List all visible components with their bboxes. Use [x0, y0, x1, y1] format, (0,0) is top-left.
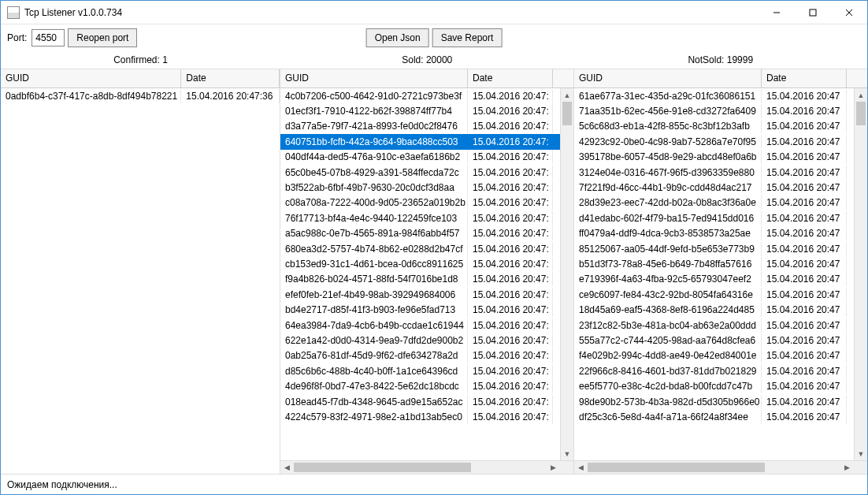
cell-guid: 0adbf6b4-c37f-417c-a8db-8df494b78221 [1, 89, 181, 103]
cell-guid: 018ead45-f7db-4348-9645-ad9e15a652ac [280, 395, 468, 409]
table-row[interactable]: 0ab25a76-81df-45d9-9f62-dfe634278a2d15.0… [280, 348, 560, 363]
close-icon [845, 9, 853, 17]
table-row[interactable]: 42923c92-0be0-4c98-9ab7-5286a7e70f9515.0… [574, 134, 854, 149]
column-header-date[interactable]: Date [181, 69, 280, 87]
cell-date: 15.04.2016 20:47: [468, 318, 553, 333]
svg-rect-1 [810, 9, 816, 16]
table-row[interactable]: 680ea3d2-5757-4b74-8b62-e0288d2b47cf15.0… [280, 241, 560, 256]
reopen-port-button[interactable]: Reopen port [68, 28, 137, 47]
table-row[interactable]: d85c6b6c-488b-4c40-b0ff-1a1ce64396cd15.0… [280, 363, 560, 378]
sold-vscroll[interactable]: ▲ ▼ [560, 88, 573, 460]
table-row[interactable]: 23f12c82-5b3e-481a-bc04-ab63e2a00ddd15.0… [574, 318, 854, 333]
save-report-button[interactable]: Save Report [432, 28, 503, 47]
table-row[interactable]: 622e1a42-d0d0-4314-9ea9-7dfd2de900b215.0… [280, 333, 560, 348]
table-row[interactable]: df25c3c6-5e8d-4a4f-a71a-66f24a8f34ee15.0… [574, 409, 854, 424]
table-row[interactable]: 22f966c8-8416-4601-bd37-81dd7b02182915.0… [574, 363, 854, 378]
table-row[interactable]: b51d3f73-78a8-45e6-b649-7b48ffa5761615.0… [574, 256, 854, 271]
cell-guid: d85c6b6c-488b-4c40-b0ff-1a1ce64396cd [280, 364, 468, 378]
scroll-thumb[interactable] [294, 463, 471, 472]
table-row[interactable]: b3f522ab-6fbf-49b7-9630-20c0dcf3d8aa15.0… [280, 180, 560, 195]
confirmed-rows[interactable]: 0adbf6b4-c37f-417c-a8db-8df494b7822115.0… [1, 88, 280, 474]
table-row[interactable]: cb153ed9-31c1-4d61-bcea-0d6cc891162515.0… [280, 256, 560, 271]
scroll-right-icon[interactable]: ▶ [840, 461, 854, 474]
table-row[interactable]: f9a4b826-b024-4571-88fd-54f7016be1d815.0… [280, 272, 560, 287]
table-row[interactable]: 98de90b2-573b-4b3a-982d-d5d305b966e015.0… [574, 394, 854, 409]
table-row[interactable]: 640751bb-fcfb-442a-9c64-9bac488cc50315.0… [280, 134, 560, 149]
table-row[interactable]: 0adbf6b4-c37f-417c-a8db-8df494b7822115.0… [1, 88, 280, 103]
cell-date: 15.04.2016 20:47 [762, 348, 847, 363]
table-row[interactable]: a5ac988c-0e7b-4565-891a-984f6abb4f5715.0… [280, 226, 560, 241]
table-row[interactable]: 4224c579-83f2-4971-98e2-a1bd13ab5ec015.0… [280, 409, 560, 424]
table-row[interactable]: 5c6c68d3-eb1a-42f8-855c-8c3bf12b3afb15.0… [574, 119, 854, 134]
table-row[interactable]: 01ecf3f1-7910-4122-b62f-398874ff77b415.0… [280, 103, 560, 118]
column-header-date[interactable]: Date [468, 69, 553, 87]
table-row[interactable]: efef0feb-21ef-4b49-98ab-39294968400615.0… [280, 287, 560, 302]
open-json-button[interactable]: Open Json [366, 28, 429, 47]
notsold-hscroll[interactable]: ◀ ▶ [574, 460, 867, 474]
table-row[interactable]: ff0479a4-ddf9-4dca-9cb3-8538573a25ae15.0… [574, 226, 854, 241]
table-row[interactable]: ce9c6097-fe84-43c2-92bd-8054fa64316e15.0… [574, 287, 854, 302]
cell-date: 15.04.2016 20:47 [762, 257, 847, 271]
port-input[interactable] [32, 29, 65, 47]
table-row[interactable]: 76f17713-bf4a-4e4c-9440-122459fce10315.0… [280, 210, 560, 225]
scroll-down-icon[interactable]: ▼ [855, 447, 867, 460]
notsold-vscroll[interactable]: ▲ ▼ [854, 88, 867, 460]
cell-date: 15.04.2016 20:47 [762, 226, 847, 240]
scroll-down-icon[interactable]: ▼ [561, 447, 573, 460]
table-row[interactable]: c08a708a-7222-400d-9d05-23652a019b2b15.0… [280, 195, 560, 210]
cell-date: 15.04.2016 20:47: [468, 150, 553, 164]
cell-guid: 98de90b2-573b-4b3a-982d-d5d305b966e0 [574, 395, 762, 409]
table-row[interactable]: e719396f-4a63-4fba-92c5-65793047eef215.0… [574, 272, 854, 287]
scroll-thumb[interactable] [562, 102, 572, 125]
table-row[interactable]: 395178be-6057-45d8-9e29-abcd48ef0a6b15.0… [574, 150, 854, 165]
cell-guid: 555a77c2-c744-4205-98ad-aa764d8cfea6 [574, 333, 762, 348]
table-row[interactable]: d41edabc-602f-4f79-ba15-7ed9415dd01615.0… [574, 210, 854, 225]
table-row[interactable]: f4e029b2-994c-4dd8-ae49-0e42ed84001e15.0… [574, 348, 854, 363]
cell-guid: a5ac988c-0e7b-4565-891a-984f6abb4f57 [280, 226, 468, 240]
table-row[interactable]: d3a77a5e-79f7-421a-8993-fe0d0c2f847615.0… [280, 119, 560, 134]
close-button[interactable] [831, 1, 867, 24]
table-row[interactable]: 28d39e23-eec7-42dd-b02a-0b8ac3f36a0e15.0… [574, 195, 854, 210]
column-header-guid[interactable]: GUID [280, 69, 468, 87]
scroll-up-icon[interactable]: ▲ [855, 88, 867, 102]
table-row[interactable]: 3124e04e-0316-467f-96f5-d3963359e88015.0… [574, 165, 854, 180]
cell-date: 15.04.2016 20:47 [762, 211, 847, 225]
cell-guid: cb153ed9-31c1-4d61-bcea-0d6cc8911625 [280, 257, 468, 271]
table-row[interactable]: 7f221f9d-46cc-44b1-9b9c-cdd48d4ac21715.0… [574, 180, 854, 195]
minimize-button[interactable] [759, 1, 795, 24]
maximize-button[interactable] [795, 1, 831, 24]
column-header-guid[interactable]: GUID [574, 69, 762, 87]
table-row[interactable]: 64ea3984-7da9-4cb6-b49b-ccdae1c6194415.0… [280, 318, 560, 333]
cell-guid: 01ecf3f1-7910-4122-b62f-398874ff77b4 [280, 104, 468, 118]
table-row[interactable]: bd4e2717-d85f-41f3-b903-fe96e5fad71315.0… [280, 302, 560, 317]
table-row[interactable]: 555a77c2-c744-4205-98ad-aa764d8cfea615.0… [574, 333, 854, 348]
scroll-left-icon[interactable]: ◀ [574, 461, 588, 474]
table-row[interactable]: 65c0be45-07b8-4929-a391-584ffecda72c15.0… [280, 165, 560, 180]
scroll-right-icon[interactable]: ▶ [547, 461, 560, 474]
app-icon [7, 6, 20, 19]
cell-guid: 3124e04e-0316-467f-96f5-d3963359e880 [574, 166, 762, 180]
scroll-up-icon[interactable]: ▲ [561, 88, 573, 102]
column-header-guid[interactable]: GUID [1, 69, 181, 87]
scroll-left-icon[interactable]: ◀ [280, 461, 294, 474]
sold-hscroll[interactable]: ◀ ▶ [280, 460, 573, 474]
table-row[interactable]: 040df44a-ded5-476a-910c-e3aefa6186b215.0… [280, 150, 560, 165]
cell-guid: 395178be-6057-45d8-9e29-abcd48ef0a6b [574, 150, 762, 164]
table-row[interactable]: 18d45a69-eaf5-4368-8ef8-6196a224d48515.0… [574, 302, 854, 317]
scroll-thumb[interactable] [588, 463, 765, 472]
table-row[interactable]: 61ae677a-31ec-435d-a29c-01fc3608615115.0… [574, 88, 854, 103]
table-row[interactable]: 85125067-aa05-44df-9efd-b5e653e773b915.0… [574, 241, 854, 256]
notsold-rows[interactable]: 61ae677a-31ec-435d-a29c-01fc3608615115.0… [574, 88, 854, 460]
sold-rows[interactable]: 4c0b7206-c500-4642-91d0-2721c973be3f15.0… [280, 88, 560, 460]
column-header-date[interactable]: Date [762, 69, 847, 87]
counts-row: Confirmed: 1 Sold: 20000 NotSold: 19999 [1, 51, 867, 69]
table-row[interactable]: 4de96f8f-0bd7-47e3-8422-5e62dc18bcdc15.0… [280, 378, 560, 393]
cell-date: 15.04.2016 20:47 [762, 379, 847, 393]
table-row[interactable]: 71aa351b-62ec-456e-91e8-cd3272fa640915.0… [574, 103, 854, 118]
scroll-thumb[interactable] [856, 102, 866, 125]
table-row[interactable]: ee5f5770-e38c-4c2d-bda8-b00fcdd7c47b15.0… [574, 378, 854, 393]
table-row[interactable]: 018ead45-f7db-4348-9645-ad9e15a652ac15.0… [280, 394, 560, 409]
cell-guid: 23f12c82-5b3e-481a-bc04-ab63e2a00ddd [574, 318, 762, 333]
table-row[interactable]: 4c0b7206-c500-4642-91d0-2721c973be3f15.0… [280, 88, 560, 103]
sold-grid: GUID Date 4c0b7206-c500-4642-91d0-2721c9… [280, 69, 574, 474]
